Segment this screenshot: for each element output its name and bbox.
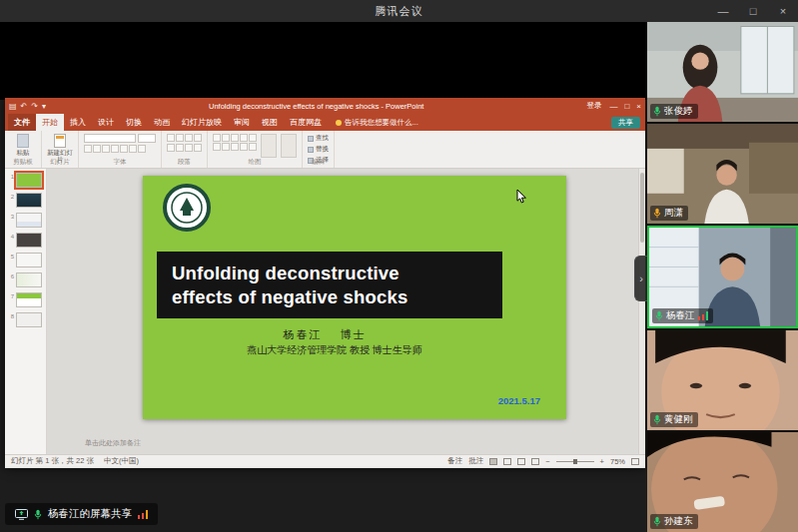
thumbnail-slide-3 (16, 213, 42, 228)
zoom-in-icon: + (600, 457, 604, 466)
canvas-scrollbar (638, 169, 645, 454)
participant-name: 周潇 (664, 207, 683, 220)
tencent-meeting-window: 腾讯会议 — □ × ▤ ↶ ↷ ▾ Unfolding deconstruct… (0, 0, 798, 532)
quick-styles-button (281, 134, 297, 158)
qat-customize-icon: ▾ (42, 102, 46, 111)
ppt-minimize-icon: — (609, 102, 617, 111)
slide-thumbnail: 6 (8, 272, 46, 287)
undo-icon: ↶ (21, 102, 28, 111)
slide-date: 2021.5.17 (498, 395, 540, 406)
mouse-cursor-icon (516, 189, 528, 205)
shared-powerpoint-window: ▤ ↶ ↷ ▾ Unfolding deconstructive effects… (5, 98, 645, 468)
zoom-out-icon: − (545, 457, 549, 466)
slide-title-box: Unfolding deconstructive effects of nega… (157, 252, 502, 318)
slide-affiliation: 燕山大学经济管理学院 教授 博士生导师 (143, 343, 526, 357)
ribbon-group-clipboard: 粘贴 剪贴板 (5, 131, 42, 168)
maximize-button[interactable]: □ (738, 0, 768, 22)
font-size-dropdown (138, 134, 156, 143)
ppt-ribbon: 粘贴 剪贴板 新建幻灯片 幻灯片 (5, 131, 645, 169)
ppt-share-button: 共享 (611, 117, 640, 129)
lightbulb-icon (336, 120, 342, 126)
font-name-dropdown (84, 134, 136, 143)
participants-sidebar: 张俊婷 周潇 (647, 22, 798, 532)
audio-level-icon (138, 510, 148, 519)
ppt-tellme-box: 告诉我您想要做什么... (336, 118, 418, 131)
participant-tile[interactable]: 黄健刚 (647, 330, 798, 430)
zoom-slider (556, 461, 594, 462)
ppt-titlebar: ▤ ↶ ↷ ▾ Unfolding deconstructive effects… (5, 98, 645, 114)
zoom-level: 75% (610, 457, 625, 466)
ppt-tellme-text: 告诉我您想要做什么... (345, 118, 418, 128)
ppt-tab-transitions: 切换 (120, 114, 148, 131)
slide-thumbnail: 1 (8, 173, 46, 188)
screen-share-view: ▤ ↶ ↷ ▾ Unfolding deconstructive effects… (0, 22, 647, 532)
ribbon-group-editing: 查找 替换 选择 编辑 (303, 131, 335, 168)
notes-placeholder: 单击此处添加备注 (85, 438, 141, 448)
shared-desktop-background (0, 22, 647, 100)
screen-share-banner: 杨春江的屏幕共享 (5, 503, 158, 525)
reading-view-icon (517, 458, 525, 465)
participant-tile[interactable]: 张俊婷 (647, 22, 798, 122)
participant-name-tag: 孙建东 (650, 514, 698, 529)
ribbon-group-paragraph: 段落 (162, 131, 208, 168)
mic-icon (653, 414, 661, 425)
mic-icon (653, 208, 661, 219)
slide-author: 杨春江 博士 (143, 327, 506, 342)
slide-counter: 幻灯片 第 1 张，共 22 张 (11, 456, 94, 466)
minimize-button[interactable]: — (708, 0, 738, 22)
participant-tile[interactable]: 周潇 (647, 124, 798, 224)
ppt-ribbon-tabs: 文件 开始 插入 设计 切换 动画 幻灯片放映 审阅 视图 百度网盘 告诉我您想… (5, 114, 645, 131)
notes-toggle: 备注 (447, 456, 462, 466)
window-title: 腾讯会议 (0, 4, 798, 19)
ribbon-group-slides: 新建幻灯片 幻灯片 (42, 131, 79, 168)
thumbnail-slide-2 (16, 193, 42, 208)
ppt-tab-review: 审阅 (228, 114, 256, 131)
redo-icon: ↷ (31, 102, 38, 111)
slide-thumbnail: 3 (8, 213, 46, 228)
meeting-main-area: ▤ ↶ ↷ ▾ Unfolding deconstructive effects… (0, 22, 798, 532)
ribbon-group-drawing: 绘图 (208, 131, 303, 168)
fit-to-window-icon (631, 458, 639, 465)
screen-share-mic-icon (655, 310, 663, 321)
participant-name-tag: 周潇 (650, 206, 688, 221)
thumbnail-slide-8 (16, 312, 42, 327)
participant-name: 孙建东 (664, 515, 693, 528)
participant-name: 黄健刚 (664, 413, 693, 426)
ppt-tab-animations: 动画 (148, 114, 176, 131)
slide-thumbnail: 4 (8, 233, 46, 248)
thumbnail-slide-6 (16, 272, 42, 287)
slide-thumbnail: 5 (8, 253, 46, 267)
participant-tile[interactable]: 孙建东 (647, 432, 798, 532)
ppt-tab-home: 开始 (36, 114, 64, 131)
slideshow-view-icon (531, 458, 539, 465)
ppt-window-controls: — □ × (609, 102, 641, 111)
slide-thumbnail: 8 (8, 312, 46, 327)
audio-level-icon (698, 311, 708, 320)
ppt-tab-view: 视图 (256, 114, 284, 131)
university-logo (163, 184, 211, 232)
sidebar-collapse-button[interactable]: › (634, 256, 647, 301)
replace-icon (308, 147, 314, 153)
thumbnail-slide-5 (16, 253, 42, 267)
paragraph-buttons-row1 (167, 134, 202, 142)
window-titlebar[interactable]: 腾讯会议 — □ × (0, 0, 798, 22)
participant-tile-active-speaker[interactable]: 杨春江 (647, 226, 798, 329)
ppt-document-title: Unfolding deconstructive effects of nega… (46, 102, 587, 111)
participant-name-tag: 杨春江 (652, 308, 713, 323)
share-banner-text: 杨春江的屏幕共享 (48, 507, 132, 521)
font-style-buttons (84, 145, 156, 153)
paragraph-buttons-row2 (167, 144, 202, 152)
participant-name-tag: 黄健刚 (650, 412, 698, 427)
window-controls: — □ × (708, 0, 798, 22)
ppt-workspace: 1 2 3 4 (5, 169, 645, 454)
ppt-maximize-icon: □ (624, 102, 629, 111)
normal-view-icon (489, 458, 497, 465)
close-button[interactable]: × (768, 0, 798, 22)
participant-name: 杨春江 (666, 309, 695, 322)
slide-thumbnail: 2 (8, 193, 46, 208)
ppt-quick-access-toolbar: ▤ ↶ ↷ ▾ (9, 102, 46, 111)
find-icon (308, 136, 314, 142)
ppt-tab-insert: 插入 (64, 114, 92, 131)
ppt-tab-file: 文件 (8, 114, 36, 131)
ribbon-group-font: 字体 (79, 131, 162, 168)
